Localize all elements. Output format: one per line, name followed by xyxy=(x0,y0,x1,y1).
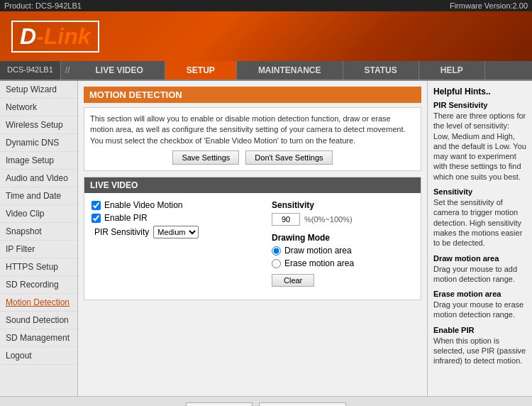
help-text-erase-motion: Drag your mouse to erase motion detectio… xyxy=(433,300,526,320)
enable-video-motion-label: Enable Video Motion xyxy=(104,200,183,210)
help-text-sensitivity: Set the sensitivity of camera to trigger… xyxy=(433,197,526,248)
enable-video-motion-row: Enable Video Motion xyxy=(92,200,257,210)
sidebar-item-time-date[interactable]: Time and Date xyxy=(0,187,77,205)
bottom-button-row: Save Settings Don't Save Settings xyxy=(0,396,532,406)
sidebar-item-logout[interactable]: Logout xyxy=(0,347,77,365)
sidebar-item-https-setup[interactable]: HTTPS Setup xyxy=(0,258,77,276)
erase-motion-area-row: Erase motion area xyxy=(272,258,414,268)
live-video-body: Enable Video Motion Enable PIR PIR Sensi… xyxy=(84,193,421,300)
help-section-erase-motion: Erase motion area Drag your mouse to era… xyxy=(433,290,526,320)
bottom-save-button[interactable]: Save Settings xyxy=(186,402,253,406)
pir-sensitivity-select[interactable]: Low Medium High xyxy=(153,226,199,238)
draw-motion-area-label: Draw motion area xyxy=(284,246,352,256)
description-text: This section will allow you to enable or… xyxy=(90,114,406,145)
pir-sensitivity-label: PIR Sensitivity xyxy=(94,227,149,237)
dlink-logo: D-Link xyxy=(11,21,99,53)
help-text-draw-motion: Drag your mouse to add motion detection … xyxy=(433,264,526,285)
tab-status[interactable]: STATUS xyxy=(343,61,419,79)
enable-pir-row: Enable PIR xyxy=(92,213,257,223)
live-video-right: Sensitivity %(0%~100%) Drawing Mode Draw… xyxy=(257,200,414,292)
help-section-pir-sensitivity: PIR Sensitivity There are three options … xyxy=(433,101,526,182)
content-area: MOTION DETECTION This section will allow… xyxy=(78,81,427,396)
help-heading-enable-pir: Enable PIR xyxy=(433,326,526,334)
draw-motion-area-radio[interactable] xyxy=(272,246,281,256)
sidebar-item-wireless-setup[interactable]: Wireless Setup xyxy=(0,116,77,134)
header: D-Link xyxy=(0,11,532,61)
help-section-sensitivity: Sensitivity Set the sensitivity of camer… xyxy=(433,187,526,248)
top-button-row: Save Settings Don't Save Settings xyxy=(90,150,415,165)
firmware-label: Firmware Version:2.00 xyxy=(450,1,528,10)
help-heading-pir-sensitivity: PIR Sensitivity xyxy=(433,101,526,109)
top-bar: Product: DCS-942LB1 Firmware Version:2.0… xyxy=(0,0,532,11)
sensitivity-title: Sensitivity xyxy=(272,200,414,210)
tab-live-video[interactable]: LIVE VIDEO xyxy=(74,61,165,79)
tab-setup[interactable]: SETUP xyxy=(165,61,237,79)
sidebar-item-sd-management[interactable]: SD Management xyxy=(0,329,77,347)
live-video-left: Enable Video Motion Enable PIR PIR Sensi… xyxy=(92,200,257,292)
pir-sensitivity-row: PIR Sensitivity Low Medium High xyxy=(94,226,257,238)
sidebar-item-image-setup[interactable]: Image Setup xyxy=(0,152,77,170)
sidebar-item-ip-filter[interactable]: IP Filter xyxy=(0,241,77,258)
top-dont-save-button[interactable]: Don't Save Settings xyxy=(245,150,332,165)
help-heading-sensitivity: Sensitivity xyxy=(433,187,526,196)
motion-detection-description: This section will allow you to enable or… xyxy=(84,107,421,171)
help-panel: Helpful Hints.. PIR Sensitivity There ar… xyxy=(427,81,532,396)
sidebar-item-audio-video[interactable]: Audio and Video xyxy=(0,170,77,187)
logo-d: D xyxy=(20,23,36,49)
clear-button[interactable]: Clear xyxy=(272,274,314,287)
sidebar-item-snapshot[interactable]: Snapshot xyxy=(0,223,77,241)
enable-pir-label: Enable PIR xyxy=(104,213,148,223)
sensitivity-input[interactable] xyxy=(272,213,300,226)
drawing-mode-section: Drawing Mode Draw motion area Erase moti… xyxy=(272,233,414,287)
top-save-button[interactable]: Save Settings xyxy=(172,150,239,165)
sidebar-item-video-clip[interactable]: Video Clip xyxy=(0,205,77,223)
sensitivity-value-row: %(0%~100%) xyxy=(272,213,414,226)
help-section-enable-pir: Enable PIR When this option is selected,… xyxy=(433,326,526,366)
enable-pir-checkbox[interactable] xyxy=(92,214,101,223)
sidebar-item-dynamic-dns[interactable]: Dynamic DNS xyxy=(0,134,77,152)
sidebar-item-network[interactable]: Network xyxy=(0,99,77,116)
tab-dcs[interactable]: DCS-942LB1 xyxy=(0,61,61,79)
live-video-section: LIVE VIDEO Enable Video Motion Enable PI… xyxy=(84,177,421,300)
help-title: Helpful Hints.. xyxy=(433,87,526,97)
erase-motion-area-label: Erase motion area xyxy=(284,258,354,268)
draw-motion-area-row: Draw motion area xyxy=(272,246,414,256)
drawing-mode-title: Drawing Mode xyxy=(272,233,414,243)
tab-help[interactable]: HELP xyxy=(419,61,485,79)
bottom-dont-save-button[interactable]: Don't Save Settings xyxy=(259,402,345,406)
logo-link: -Link xyxy=(36,23,90,49)
erase-motion-area-radio[interactable] xyxy=(272,259,281,268)
help-text-pir-sensitivity: There are three options for the level of… xyxy=(433,111,526,182)
product-label: Product: DCS-942LB1 xyxy=(4,1,82,10)
tab-separator: // xyxy=(61,61,74,79)
sensitivity-section: Sensitivity %(0%~100%) xyxy=(272,200,414,226)
enable-video-motion-checkbox[interactable] xyxy=(92,201,101,210)
help-heading-draw-motion: Draw motion area xyxy=(433,254,526,263)
sidebar-item-motion-detection[interactable]: Motion Detection xyxy=(0,294,77,312)
nav-tabs: DCS-942LB1 // LIVE VIDEO SETUP MAINTENAN… xyxy=(0,61,532,81)
sidebar-item-sound-detection[interactable]: Sound Detection xyxy=(0,312,77,329)
sidebar-item-setup-wizard[interactable]: Setup Wizard xyxy=(0,81,77,99)
main-layout: Setup Wizard Network Wireless Setup Dyna… xyxy=(0,81,532,396)
help-section-draw-motion: Draw motion area Drag your mouse to add … xyxy=(433,254,526,285)
sidebar: Setup Wizard Network Wireless Setup Dyna… xyxy=(0,81,78,396)
live-video-header: LIVE VIDEO xyxy=(84,177,421,193)
sensitivity-range: %(0%~100%) xyxy=(304,215,353,224)
motion-detection-header: MOTION DETECTION xyxy=(84,87,421,103)
help-heading-erase-motion: Erase motion area xyxy=(433,290,526,298)
sidebar-item-sd-recording[interactable]: SD Recording xyxy=(0,276,77,294)
help-text-enable-pir: When this option is selected, use PIR (p… xyxy=(433,336,526,366)
tab-maintenance[interactable]: MAINTENANCE xyxy=(237,61,343,79)
